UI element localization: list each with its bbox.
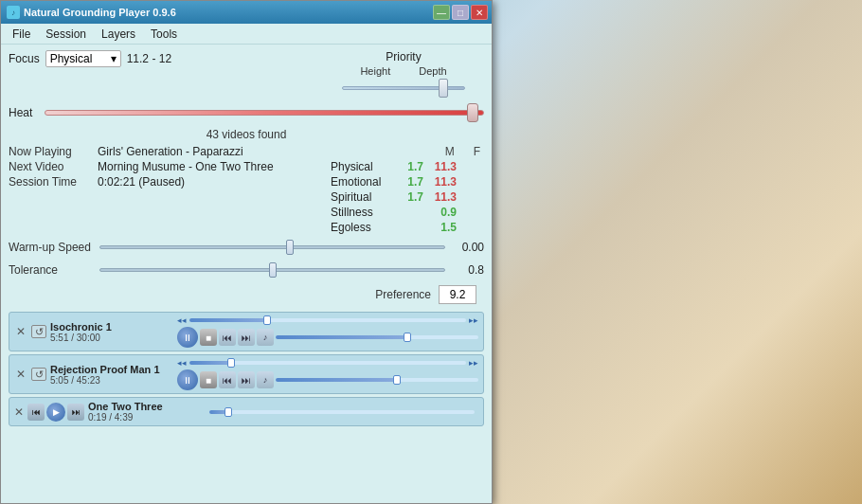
depth-label: Depth bbox=[419, 65, 446, 77]
player-2-vol-fill bbox=[276, 378, 397, 382]
main-window: ♪ Natural Grounding Player 0.9.6 — □ ✕ F… bbox=[0, 0, 493, 504]
preference-label: Preference bbox=[375, 288, 431, 301]
menu-layers[interactable]: Layers bbox=[94, 26, 143, 43]
tolerance-slider bbox=[99, 262, 445, 278]
player-1-time: 5:51 / 30:00 bbox=[50, 333, 173, 343]
player-1-vol-thumb[interactable] bbox=[404, 333, 411, 342]
player-1-btn-controls: ⏸ ■ ⏮ ⏭ ♪ bbox=[177, 327, 478, 348]
menu-session[interactable]: Session bbox=[38, 26, 94, 43]
player-1-close[interactable]: ✕ bbox=[14, 325, 27, 338]
preference-input[interactable] bbox=[439, 285, 476, 304]
tolerance-thumb[interactable] bbox=[269, 262, 277, 278]
heat-label: Heat bbox=[9, 106, 37, 119]
next-video-label: Next Video bbox=[9, 160, 94, 173]
session-time-value: 0:02:21 (Paused) bbox=[98, 175, 185, 189]
stat-row-egoless: Egoless 1.5 bbox=[331, 221, 484, 234]
warmup-row: Warm-up Speed 0.00 bbox=[9, 240, 484, 255]
player-2-fill bbox=[189, 361, 231, 365]
focus-value: Physical bbox=[50, 52, 93, 65]
titlebar-controls: — □ ✕ bbox=[433, 5, 488, 20]
minimize-button[interactable]: — bbox=[433, 5, 450, 20]
player-1-progress-row: ◂◂ ▸▸ bbox=[177, 315, 478, 325]
player-3-title: One Two Three bbox=[88, 401, 202, 412]
player-3-play[interactable]: ▶ bbox=[46, 403, 65, 422]
player-2-progress-thumb[interactable] bbox=[227, 358, 235, 368]
next-video-row: Next Video Morning Musume - One Two Thre… bbox=[9, 160, 315, 173]
player-1-fill bbox=[189, 318, 267, 322]
stat-row-stillness: Stillness 0.9 bbox=[331, 206, 484, 219]
now-playing-value: Girls' Generation - Paparazzi bbox=[98, 145, 243, 158]
heat-thumb[interactable] bbox=[467, 103, 478, 122]
heat-slider-container bbox=[45, 103, 484, 122]
player-3-close[interactable]: ✕ bbox=[14, 405, 24, 419]
now-playing-label: Now Playing bbox=[9, 145, 94, 158]
player-2-controls: ◂◂ ▸▸ ⏸ ■ ⏮ ⏭ ♪ bbox=[177, 358, 478, 390]
player-3-btns: ⏮ ▶ ⏭ bbox=[27, 403, 84, 422]
player-3-rewind[interactable]: ⏮ bbox=[27, 404, 45, 421]
player-1-rewind[interactable]: ◂◂ bbox=[177, 315, 187, 325]
player-2-forward[interactable]: ▸▸ bbox=[469, 358, 478, 368]
player-1: ✕ ↺ Isochronic 1 5:51 / 30:00 ◂◂ ▸▸ bbox=[9, 312, 484, 351]
stats-area: M F Physical 1.7 11.3 Emotional 1.7 11.3… bbox=[323, 145, 484, 236]
player-2: ✕ ↺ Rejection Proof Man 1 5:05 / 45:23 ◂… bbox=[9, 354, 484, 394]
tolerance-row: Tolerance 0.8 bbox=[9, 262, 484, 278]
player-1-progress-thumb[interactable] bbox=[263, 315, 271, 325]
player-1-stop[interactable]: ■ bbox=[200, 329, 217, 346]
priority-slider-container bbox=[342, 79, 465, 98]
warmup-label: Warm-up Speed bbox=[9, 241, 94, 254]
player-1-next[interactable]: ⏭ bbox=[238, 329, 255, 346]
player-2-progress-row: ◂◂ ▸▸ bbox=[177, 358, 478, 368]
player-2-stop[interactable]: ■ bbox=[200, 371, 217, 388]
player-3-progress[interactable] bbox=[209, 410, 475, 414]
player-2-next[interactable]: ⏭ bbox=[238, 371, 255, 388]
player-3-thumb[interactable] bbox=[224, 407, 232, 417]
player-2-vol[interactable]: ♪ bbox=[257, 371, 274, 388]
player-1-vol[interactable]: ♪ bbox=[257, 329, 274, 346]
tolerance-label: Tolerance bbox=[9, 263, 94, 277]
player-2-prev[interactable]: ⏮ bbox=[219, 371, 236, 388]
close-button[interactable]: ✕ bbox=[471, 5, 488, 20]
player-1-title: Isochronic 1 bbox=[50, 321, 173, 333]
stat-name-stillness: Stillness bbox=[331, 206, 395, 219]
player-2-vol-thumb[interactable] bbox=[393, 375, 401, 385]
player-2-close[interactable]: ✕ bbox=[14, 368, 27, 381]
player-1-vol-fill bbox=[276, 335, 407, 339]
stat-f-spiritual: 11.3 bbox=[423, 190, 457, 204]
player-1-vol-slider[interactable] bbox=[276, 335, 478, 339]
focus-priority-row: Focus Physical ▾ 11.2 - 12 Priority Heig… bbox=[9, 50, 484, 98]
warmup-thumb[interactable] bbox=[286, 240, 294, 255]
window-title: Natural Grounding Player 0.9.6 bbox=[24, 7, 176, 18]
player-2-progress[interactable] bbox=[189, 361, 466, 365]
app-icon: ♪ bbox=[7, 6, 20, 19]
content-area: Focus Physical ▾ 11.2 - 12 Priority Heig… bbox=[1, 45, 492, 503]
player-3-time: 0:19 / 4:39 bbox=[88, 412, 202, 423]
priority-thumb[interactable] bbox=[439, 79, 448, 98]
player-1-progress[interactable] bbox=[189, 318, 466, 322]
player-2-rewind[interactable]: ◂◂ bbox=[177, 358, 187, 368]
left-info: Now Playing Girls' Generation - Paparazz… bbox=[9, 145, 315, 236]
player-2-pause[interactable]: ⏸ bbox=[177, 369, 198, 390]
warmup-value: 0.00 bbox=[451, 241, 484, 254]
stat-m-spiritual: 1.7 bbox=[395, 190, 423, 204]
stat-row-spiritual: Spiritual 1.7 11.3 bbox=[331, 190, 484, 204]
maximize-button[interactable]: □ bbox=[452, 5, 469, 20]
menu-tools[interactable]: Tools bbox=[143, 26, 185, 43]
focus-range: 11.2 - 12 bbox=[127, 52, 171, 65]
player-1-forward[interactable]: ▸▸ bbox=[469, 315, 478, 325]
player-1-prev[interactable]: ⏮ bbox=[219, 329, 236, 346]
menu-file[interactable]: File bbox=[5, 26, 38, 43]
player-1-loop[interactable]: ↺ bbox=[31, 325, 46, 338]
player-2-title-area: Rejection Proof Man 1 5:05 / 45:23 bbox=[50, 364, 173, 386]
player-1-pause[interactable]: ⏸ bbox=[177, 327, 198, 348]
priority-label: Priority bbox=[386, 50, 421, 63]
player-2-vol-slider[interactable] bbox=[276, 378, 478, 382]
stat-name-spiritual: Spiritual bbox=[331, 190, 395, 204]
stat-name-egoless: Egoless bbox=[331, 221, 395, 234]
titlebar: ♪ Natural Grounding Player 0.9.6 — □ ✕ bbox=[1, 1, 492, 24]
next-video-value: Morning Musume - One Two Three bbox=[98, 160, 274, 173]
col-m-header: M bbox=[445, 145, 455, 158]
focus-dropdown[interactable]: Physical ▾ bbox=[45, 50, 121, 67]
player-3-next[interactable]: ⏭ bbox=[67, 404, 84, 421]
player-2-loop[interactable]: ↺ bbox=[31, 368, 46, 381]
focus-label: Focus bbox=[9, 52, 40, 65]
